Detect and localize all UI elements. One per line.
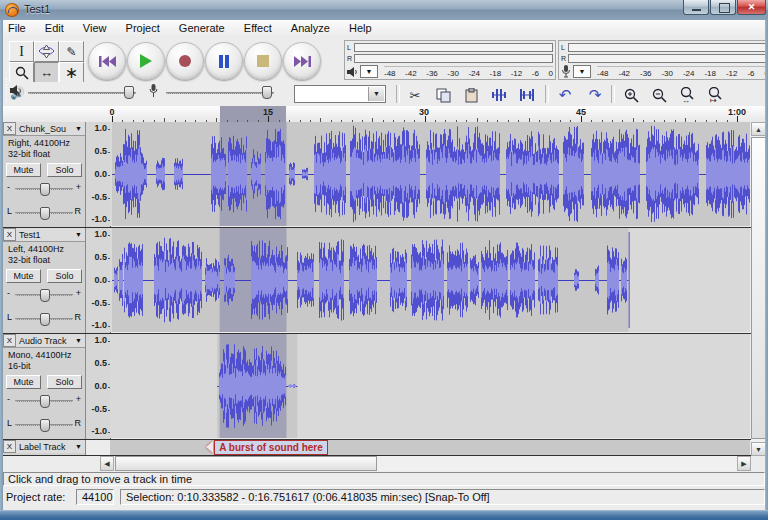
pan-slider[interactable]: L R bbox=[5, 418, 83, 430]
input-volume-thumb[interactable] bbox=[262, 86, 272, 99]
multi-tool-button[interactable]: ∗ bbox=[59, 62, 84, 83]
record-button[interactable] bbox=[166, 42, 204, 80]
maximize-button[interactable] bbox=[710, 0, 736, 15]
silence-selection-button[interactable] bbox=[513, 84, 541, 106]
gain-slider[interactable]: - + bbox=[5, 182, 83, 194]
trim-outside-selection-button[interactable] bbox=[485, 84, 513, 106]
input-source-dropdown[interactable]: ▼ bbox=[294, 85, 386, 103]
selection-tool-button[interactable]: I bbox=[9, 41, 34, 62]
play-button[interactable] bbox=[127, 42, 165, 80]
zoom-out-button[interactable] bbox=[645, 84, 673, 106]
tools-toolbar: I ✎ ↔ ∗ bbox=[9, 41, 84, 83]
menu-analyze[interactable]: Analyze bbox=[283, 20, 338, 34]
track-format-info: 32-bit float bbox=[8, 149, 50, 159]
amplitude-ruler: 1.0 0.5 0.0 -0.5 -1.0 bbox=[86, 122, 111, 227]
minimize-button[interactable] bbox=[683, 0, 709, 15]
track-close-button[interactable]: X bbox=[3, 228, 16, 241]
track-close-button[interactable]: X bbox=[3, 122, 16, 135]
solo-button[interactable]: Solo bbox=[47, 163, 82, 177]
close-button[interactable]: ✕ bbox=[737, 0, 766, 15]
stop-button[interactable] bbox=[244, 42, 282, 80]
output-volume-slider[interactable] bbox=[28, 90, 136, 96]
vertical-scrollbar[interactable]: ▲ ▼ bbox=[751, 122, 766, 456]
title-bar[interactable]: Test1 ✕ bbox=[0, 0, 768, 21]
track-title-menu[interactable]: Label Track ▼ bbox=[16, 440, 85, 453]
scroll-down-arrow[interactable]: ▼ bbox=[751, 442, 766, 456]
output-volume-thumb[interactable] bbox=[124, 86, 134, 99]
slider-groove bbox=[28, 92, 136, 94]
solo-button[interactable]: Solo bbox=[47, 269, 82, 283]
label-track: X Label Track ▼ A burst of sound here bbox=[0, 440, 768, 456]
pan-thumb[interactable] bbox=[40, 313, 50, 326]
menu-project[interactable]: Project bbox=[118, 20, 168, 34]
solo-button[interactable]: Solo bbox=[47, 375, 82, 389]
project-rate-value: 44100 bbox=[76, 489, 114, 505]
cut-button[interactable]: ✂ bbox=[401, 84, 429, 106]
menu-edit[interactable]: Edit bbox=[37, 20, 72, 34]
menu-file[interactable]: File bbox=[0, 20, 34, 34]
undo-button[interactable]: ↶ bbox=[551, 84, 579, 106]
mute-button[interactable]: Mute bbox=[6, 163, 41, 177]
meter-dropdown-button[interactable]: ▼ bbox=[573, 65, 591, 78]
waveform-display[interactable] bbox=[110, 334, 750, 438]
label-track-content[interactable]: A burst of sound here bbox=[110, 440, 750, 455]
label-text-box[interactable]: A burst of sound here bbox=[214, 440, 328, 455]
skip-to-end-button[interactable] bbox=[283, 42, 321, 80]
menu-generate[interactable]: Generate bbox=[171, 20, 233, 34]
gain-thumb[interactable] bbox=[40, 183, 50, 196]
waveform-display[interactable] bbox=[110, 122, 750, 226]
pan-slider[interactable]: L R bbox=[5, 312, 83, 324]
pan-thumb[interactable] bbox=[40, 207, 50, 220]
menu-help[interactable]: Help bbox=[341, 20, 380, 34]
track-close-button[interactable]: X bbox=[3, 334, 16, 347]
gain-thumb[interactable] bbox=[40, 289, 50, 302]
meter-dropdown-button[interactable]: ▼ bbox=[360, 65, 378, 78]
track-close-button[interactable]: X bbox=[3, 440, 16, 453]
pause-icon bbox=[218, 55, 230, 68]
pause-button[interactable] bbox=[205, 42, 243, 80]
horizontal-scrollbar[interactable]: ◀ ▶ bbox=[100, 456, 751, 471]
label-flag-icon[interactable] bbox=[206, 441, 213, 453]
zoom-tool-button[interactable] bbox=[9, 62, 34, 83]
paste-button[interactable] bbox=[457, 84, 485, 106]
ibeam-icon: I bbox=[19, 44, 24, 60]
menu-effect[interactable]: Effect bbox=[236, 20, 280, 34]
track-title-menu[interactable]: Audio Track ▼ bbox=[16, 334, 85, 347]
track-title-menu[interactable]: Test1 ▼ bbox=[16, 228, 85, 241]
gain-slider[interactable]: - + bbox=[5, 394, 83, 406]
skip-to-start-button[interactable] bbox=[88, 42, 126, 80]
mute-button[interactable]: Mute bbox=[6, 269, 41, 283]
menu-view[interactable]: View bbox=[75, 20, 115, 34]
timeshift-tool-button[interactable]: ↔ bbox=[34, 62, 59, 83]
gain-thumb[interactable] bbox=[40, 395, 50, 408]
scroll-left-arrow[interactable]: ◀ bbox=[100, 456, 114, 471]
playback-meter[interactable]: L R ▼ -48-42-36-30-24-18-12-60 bbox=[344, 40, 556, 80]
redo-button[interactable]: ↷ bbox=[581, 84, 609, 106]
scroll-up-arrow[interactable]: ▲ bbox=[751, 122, 766, 136]
meter-scale: -48-42-36-30-24-18-12-60 bbox=[384, 66, 553, 78]
horizontal-scroll-thumb[interactable] bbox=[115, 456, 377, 471]
pan-thumb[interactable] bbox=[40, 419, 50, 432]
copy-button[interactable] bbox=[429, 84, 457, 106]
amplitude-ruler: 1.0 0.5 0.0 -0.5 -1.0 bbox=[86, 334, 111, 439]
fit-selection-button[interactable]: ↔ bbox=[673, 84, 701, 106]
envelope-tool-button[interactable] bbox=[34, 41, 59, 62]
pan-right-label: R bbox=[75, 206, 82, 216]
zoom-in-button[interactable] bbox=[617, 84, 645, 106]
maximize-icon bbox=[719, 3, 730, 13]
gain-slider[interactable]: - + bbox=[5, 288, 83, 300]
pan-slider[interactable]: L R bbox=[5, 206, 83, 218]
fit-project-button[interactable]: ↦ bbox=[701, 84, 729, 106]
draw-tool-button[interactable]: ✎ bbox=[59, 41, 84, 62]
silence-icon bbox=[519, 88, 535, 102]
input-volume-slider[interactable] bbox=[166, 90, 274, 96]
track-title-menu[interactable]: Chunk_Sou ▼ bbox=[16, 122, 85, 135]
timeline-ruler-scale[interactable]: 0 15 30 45 1:00 bbox=[110, 106, 751, 122]
project-rate-label: Project rate: bbox=[6, 491, 65, 503]
skip-to-start-icon bbox=[99, 55, 116, 68]
mute-button[interactable]: Mute bbox=[6, 375, 41, 389]
vertical-scroll-thumb[interactable] bbox=[751, 137, 766, 439]
recording-meter[interactable]: L R ▼ -48-42-36-30-24-18-12-60 bbox=[558, 40, 768, 80]
scroll-right-arrow[interactable]: ▶ bbox=[737, 456, 751, 471]
waveform-display[interactable] bbox=[110, 228, 750, 332]
